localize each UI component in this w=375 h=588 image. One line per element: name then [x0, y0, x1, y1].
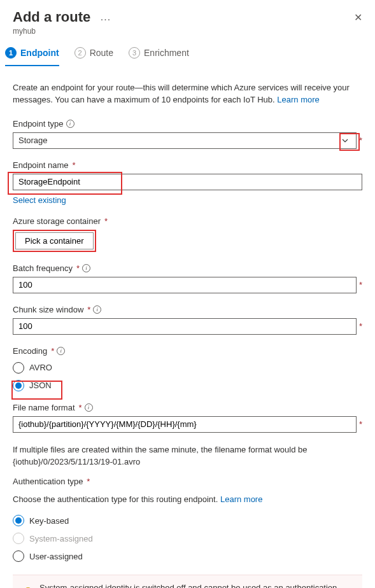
file-format-input[interactable]: [13, 416, 357, 433]
batch-freq-label-row: Batch frequency * i: [13, 263, 362, 273]
radio-circle-selected: [13, 380, 24, 391]
endpoint-name-input[interactable]: [13, 174, 362, 190]
endpoint-name-label-row: Endpoint name *: [13, 160, 362, 170]
endpoint-type-label-row: Endpoint type i: [13, 119, 362, 129]
hub-subtitle: myhub: [13, 27, 362, 36]
highlight-pick-container: Pick a container: [13, 230, 96, 252]
info-icon[interactable]: i: [66, 120, 74, 128]
required-asterisk: *: [104, 216, 108, 226]
radio-system-assigned: System-assigned: [13, 533, 362, 544]
endpoint-name-label: Endpoint name: [13, 160, 68, 170]
required-asterisk: *: [79, 403, 82, 412]
batch-freq-label: Batch frequency: [13, 263, 73, 273]
field-encoding: Encoding * i AVRO JSON: [13, 346, 362, 391]
radio-key-label: Key-based: [29, 516, 69, 526]
content-area: Create an endpoint for your route—this w…: [0, 67, 375, 575]
radio-circle-selected: [13, 515, 24, 526]
warning-banner: ! System-assigned identity is switched o…: [13, 575, 362, 588]
step-2-label: Route: [90, 48, 113, 58]
required-asterisk: *: [359, 321, 362, 331]
radio-json[interactable]: JSON: [13, 380, 362, 391]
required-asterisk: *: [87, 305, 90, 314]
pick-container-button[interactable]: Pick a container: [15, 232, 94, 249]
chevron-down-icon: [339, 135, 351, 146]
required-asterisk: *: [87, 477, 90, 486]
radio-circle-disabled: [13, 533, 24, 544]
radio-key-based[interactable]: Key-based: [13, 515, 362, 526]
field-chunk-size: Chunk size window * i *: [13, 305, 362, 335]
auth-learn-more-link[interactable]: Learn more: [220, 494, 262, 504]
encoding-label: Encoding: [13, 346, 47, 356]
step-3-circle: 3: [129, 47, 140, 59]
radio-user-assigned[interactable]: User-assigned: [13, 550, 362, 562]
auth-type-label: Authentication type: [13, 477, 83, 486]
required-asterisk: *: [359, 280, 362, 290]
radio-avro[interactable]: AVRO: [13, 362, 362, 374]
chunk-size-input[interactable]: [13, 318, 357, 335]
radio-user-label: User-assigned: [29, 552, 83, 561]
file-format-label-row: File name format * i: [13, 403, 362, 412]
required-asterisk: *: [72, 160, 75, 170]
step-enrichment[interactable]: 3 Enrichment: [129, 47, 189, 66]
field-file-format: File name format * i *: [13, 403, 362, 433]
intro-text: Create an endpoint for your route—this w…: [13, 82, 362, 106]
storage-container-label: Azure storage container: [13, 216, 101, 226]
info-icon[interactable]: i: [85, 403, 93, 412]
field-endpoint-name: Endpoint name * Select existing: [13, 160, 362, 205]
auth-help-body: Choose the authentication type for this …: [13, 494, 220, 504]
info-icon[interactable]: i: [82, 264, 90, 272]
field-storage-container: Azure storage container * Pick a contain…: [13, 216, 362, 252]
step-2-circle: 2: [74, 47, 86, 59]
encoding-label-row: Encoding * i: [13, 346, 362, 356]
required-asterisk: *: [359, 419, 362, 429]
radio-circle: [13, 362, 24, 374]
intro-learn-more-link[interactable]: Learn more: [277, 95, 319, 104]
close-icon[interactable]: ✕: [354, 11, 362, 24]
step-endpoint[interactable]: 1 Endpoint: [5, 47, 59, 66]
radio-json-label: JSON: [29, 381, 52, 390]
warning-text: System-assigned identity is switched off…: [39, 583, 352, 588]
auth-radio-group: Key-based System-assigned User-assigned: [13, 515, 362, 562]
endpoint-type-value: Storage: [18, 136, 48, 145]
chunk-size-label-row: Chunk size window * i: [13, 305, 362, 314]
step-3-label: Enrichment: [144, 48, 189, 58]
endpoint-type-select[interactable]: Storage: [13, 132, 357, 149]
file-format-label: File name format: [13, 403, 75, 412]
step-1-circle: 1: [5, 47, 17, 59]
info-icon[interactable]: i: [57, 347, 65, 355]
required-asterisk: *: [51, 346, 54, 356]
auth-help-text: Choose the authentication type for this …: [13, 494, 362, 506]
more-icon[interactable]: ···: [101, 14, 111, 25]
storage-container-label-row: Azure storage container *: [13, 216, 362, 226]
endpoint-type-label: Endpoint type: [13, 119, 64, 129]
field-batch-frequency: Batch frequency * i *: [13, 263, 362, 293]
panel-header: Add a route ··· ✕ myhub: [0, 0, 375, 39]
radio-circle: [13, 550, 24, 562]
info-icon[interactable]: i: [93, 305, 101, 314]
step-1-label: Endpoint: [20, 48, 59, 58]
stepper: 1 Endpoint 2 Route 3 Enrichment: [0, 39, 375, 67]
radio-system-label: System-assigned: [29, 534, 93, 543]
required-asterisk: *: [359, 136, 362, 145]
batch-freq-input[interactable]: [13, 277, 357, 293]
auth-type-label-row: Authentication type *: [13, 477, 362, 486]
file-format-help: If multiple files are created within the…: [0, 444, 362, 468]
step-route[interactable]: 2 Route: [74, 47, 113, 66]
radio-avro-label: AVRO: [29, 363, 52, 372]
field-endpoint-type: Endpoint type i Storage *: [13, 119, 362, 149]
select-existing-link[interactable]: Select existing: [13, 195, 66, 205]
page-title: Add a route: [13, 9, 90, 25]
required-asterisk: *: [76, 263, 80, 273]
chunk-size-label: Chunk size window: [13, 305, 83, 314]
